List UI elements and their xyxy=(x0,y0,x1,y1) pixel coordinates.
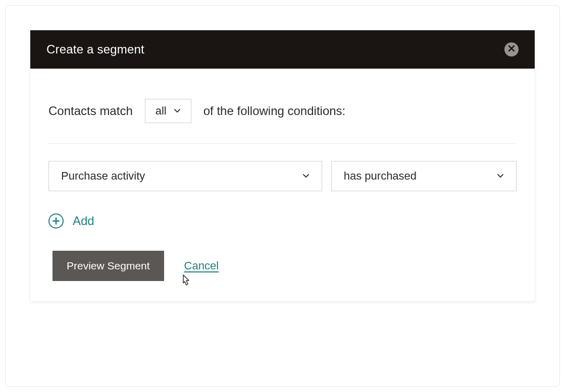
add-condition-button[interactable]: Add xyxy=(48,213,94,229)
chevron-down-icon xyxy=(497,173,504,180)
cancel-link[interactable]: Cancel xyxy=(184,259,219,272)
condition-field-select[interactable]: Purchase activity xyxy=(48,161,322,191)
divider xyxy=(48,143,517,144)
condition-operator-select[interactable]: has purchased xyxy=(331,161,517,191)
modal-body: Contacts match all of the following cond… xyxy=(30,69,535,301)
match-suffix-text: of the following conditions: xyxy=(203,104,346,118)
chevron-down-icon xyxy=(174,107,181,115)
close-icon xyxy=(508,45,515,54)
cursor-pointer-icon xyxy=(180,274,192,290)
match-mode-select[interactable]: all xyxy=(145,99,191,123)
actions-row: Preview Segment Cancel xyxy=(48,251,517,281)
match-mode-value: all xyxy=(156,104,167,118)
plus-circle-icon xyxy=(48,213,64,229)
condition-field-value: Purchase activity xyxy=(61,170,145,183)
create-segment-modal: Create a segment Contacts match all xyxy=(30,30,535,302)
match-row: Contacts match all of the following cond… xyxy=(48,99,517,123)
add-label: Add xyxy=(73,214,94,228)
preview-segment-button[interactable]: Preview Segment xyxy=(53,251,164,281)
modal-title: Create a segment xyxy=(46,42,144,57)
close-button[interactable] xyxy=(504,42,519,57)
condition-operator-value: has purchased xyxy=(344,170,417,183)
preview-segment-label: Preview Segment xyxy=(67,260,150,271)
match-prefix-text: Contacts match xyxy=(48,104,133,118)
condition-row: Purchase activity has purchased xyxy=(48,161,517,191)
chevron-down-icon xyxy=(302,173,310,180)
outer-frame: Create a segment Contacts match all xyxy=(5,5,560,387)
modal-header: Create a segment xyxy=(30,30,535,69)
